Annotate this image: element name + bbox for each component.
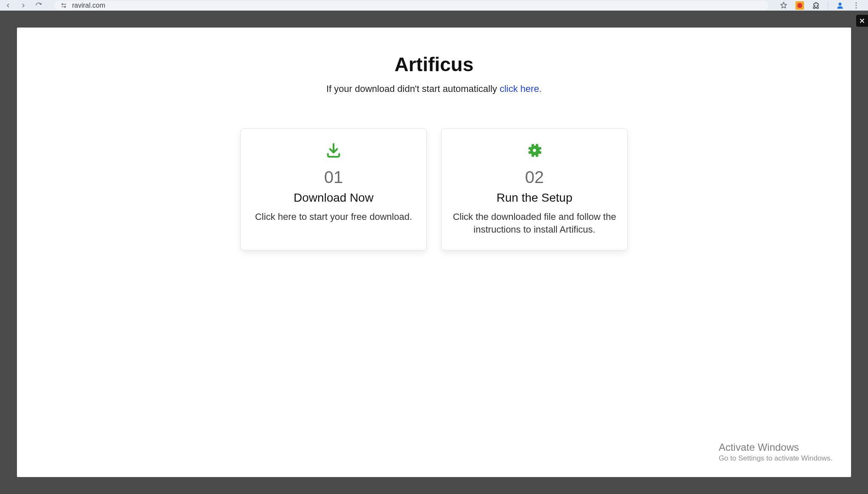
close-overlay-button[interactable] <box>856 15 868 27</box>
toolbar-right-icons <box>776 1 864 10</box>
svg-point-3 <box>839 3 842 6</box>
step-title-label: Download Now <box>251 191 416 205</box>
site-settings-icon[interactable] <box>60 2 68 9</box>
svg-point-4 <box>856 2 857 3</box>
windows-activation-watermark: Activate Windows Go to Settings to activ… <box>719 441 832 463</box>
browser-toolbar: raviral.com <box>0 0 868 11</box>
svg-point-1 <box>64 6 66 7</box>
step-number-label: 02 <box>452 168 617 187</box>
step-card-download[interactable]: 01 Download Now Click here to start your… <box>240 128 427 250</box>
forward-icon[interactable] <box>19 2 27 9</box>
svg-marker-2 <box>798 3 802 8</box>
svg-point-5 <box>856 5 857 6</box>
back-icon[interactable] <box>4 2 12 9</box>
svg-point-0 <box>62 3 63 5</box>
step-description: Click here to start your free download. <box>251 211 416 223</box>
reload-icon[interactable] <box>35 2 42 9</box>
profile-avatar-icon[interactable] <box>836 1 844 10</box>
step-number-label: 01 <box>251 168 416 187</box>
download-subtitle: If your download didn't start automatica… <box>17 83 851 94</box>
extension-adblock-icon[interactable] <box>796 1 804 10</box>
svg-point-6 <box>856 7 857 8</box>
address-bar-url: raviral.com <box>72 2 105 9</box>
toolbar-divider <box>828 1 828 10</box>
page-title: Artificus <box>17 53 851 76</box>
watermark-title: Activate Windows <box>719 441 832 453</box>
step-description: Click the downloaded file and follow the… <box>452 211 617 236</box>
steps-row: 01 Download Now Click here to start your… <box>17 128 851 250</box>
main-content: Artificus If your download didn't start … <box>17 28 851 477</box>
watermark-subtitle: Go to Settings to activate Windows. <box>719 454 832 463</box>
navigation-controls <box>4 2 42 9</box>
svg-point-7 <box>533 149 536 152</box>
download-icon <box>251 141 416 160</box>
address-bar[interactable]: raviral.com <box>54 1 768 10</box>
gear-icon <box>452 141 617 160</box>
subtitle-text: If your download didn't start automatica… <box>326 83 500 94</box>
step-card-setup: 02 Run the Setup Click the downloaded fi… <box>441 128 628 250</box>
kebab-menu-icon[interactable] <box>852 1 860 10</box>
bookmark-star-icon[interactable] <box>779 1 788 10</box>
step-title-label: Run the Setup <box>452 191 617 205</box>
click-here-link[interactable]: click here. <box>500 83 542 94</box>
extensions-puzzle-icon[interactable] <box>812 1 820 10</box>
overlay-frame: Artificus If your download didn't start … <box>0 11 868 494</box>
